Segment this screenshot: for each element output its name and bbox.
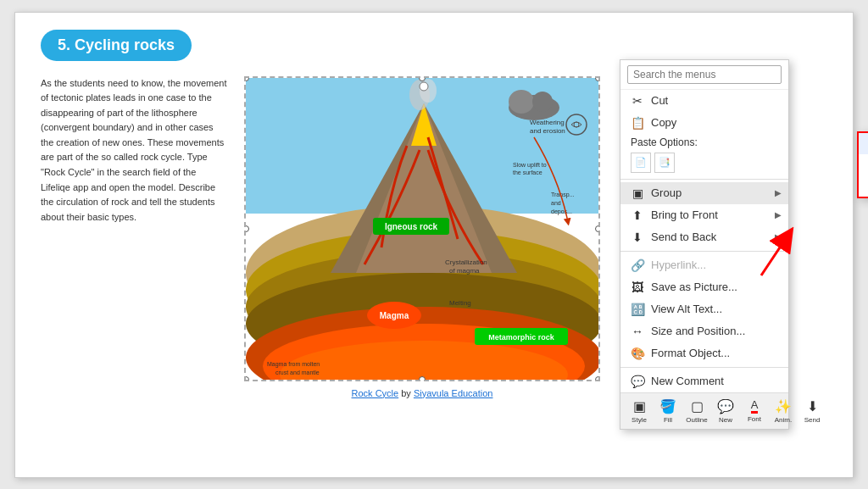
svg-text:crust and mantle: crust and mantle — [275, 370, 320, 375]
bring-to-front-label: Bring to Front — [651, 208, 718, 221]
menu-item-bring-to-front[interactable]: ⬆ Bring to Front ▶ — [620, 204, 788, 226]
paste-btn-1[interactable]: 📄 — [631, 153, 651, 173]
group-label: Group — [651, 186, 682, 199]
svg-text:Transp...: Transp... — [551, 192, 574, 198]
menu-item-save-as-picture[interactable]: 🖼 Save as Picture... — [620, 276, 788, 298]
svg-text:Magma: Magma — [380, 311, 409, 320]
menu-item-new-comment[interactable]: 💬 New Comment — [620, 370, 788, 392]
toolbar-send-back-btn[interactable]: ⬇ Send — [798, 397, 826, 425]
fill-icon: 🪣 — [659, 398, 676, 414]
menu-item-size-position[interactable]: ↔ Size and Position... — [620, 320, 788, 342]
animation-icon: ✨ — [775, 398, 792, 414]
cut-icon: ✂ — [631, 94, 644, 108]
page-container: 5. Cycling rocks As the students need to… — [14, 12, 854, 478]
format-icon: 🎨 — [631, 347, 644, 360]
toolbar-new-comment-btn[interactable]: 💬 New — [712, 397, 739, 425]
caption-by: by — [401, 388, 414, 398]
svg-text:Slow uplift to: Slow uplift to — [513, 162, 547, 169]
send-to-back-icon: ⬇ — [631, 231, 644, 244]
diagram-svg: Igneous rock Magma Metamorphic rock Crys… — [246, 78, 600, 381]
new-comment-tb-icon: 💬 — [717, 398, 734, 414]
svg-point-36 — [420, 82, 428, 91]
style-icon: ▣ — [633, 398, 646, 414]
copy-label: Copy — [651, 116, 676, 129]
btf-arrow: ▶ — [775, 210, 782, 219]
format-object-label: Format Object... — [651, 347, 730, 359]
outline-label: Outline — [686, 416, 707, 424]
handle-br[interactable] — [595, 376, 600, 381]
menu-item-send-to-back[interactable]: ⬇ Send to Back ▶ — [620, 226, 788, 248]
paste-options-label: Paste Options: — [631, 136, 698, 148]
animation-label: Anim. — [775, 416, 792, 424]
svg-text:Magma from molten: Magma from molten — [267, 361, 320, 368]
divider-3 — [620, 367, 788, 368]
group-icon: ▣ — [631, 186, 644, 200]
svg-text:Melting: Melting — [449, 299, 471, 307]
handle-tr[interactable] — [595, 76, 600, 81]
menu-item-group[interactable]: ▣ Group ▶ — [620, 182, 788, 204]
handle-mr[interactable] — [595, 225, 600, 232]
style-label: Style — [632, 416, 647, 424]
menu-item-hyperlink: 🔗 Hyperlink... — [620, 254, 788, 276]
font-color-icon: A — [751, 398, 759, 414]
menu-item-cut[interactable]: ✂ Cut — [620, 90, 788, 112]
fill-label: Fill — [664, 416, 672, 424]
menu-item-view-alt-text[interactable]: 🔠 View Alt Text... — [620, 298, 788, 320]
size-icon: ↔ — [631, 325, 644, 338]
send-back-label: Send — [804, 416, 821, 424]
svg-text:Weathering: Weathering — [530, 119, 565, 126]
send-back-icon: ⬇ — [807, 398, 818, 414]
svg-text:and: and — [551, 200, 561, 206]
cut-label: Cut — [651, 94, 668, 107]
stb-arrow: ▶ — [775, 232, 782, 242]
alt-text-icon: 🔠 — [631, 303, 644, 316]
svg-point-15 — [532, 92, 553, 112]
view-alt-text-label: View Alt Text... — [651, 303, 722, 315]
group-arrow: ▶ — [775, 188, 782, 197]
svg-text:and erosion: and erosion — [530, 127, 565, 135]
diagram-caption: Rock Cycle by Siyavula Education — [244, 388, 600, 398]
menu-search-container — [620, 60, 788, 90]
toolbar-fill-btn[interactable]: 🪣 Fill — [654, 397, 682, 425]
save-picture-icon: 🖼 — [631, 281, 644, 294]
svg-text:Igneous rock: Igneous rock — [385, 222, 438, 231]
comment-icon: 💬 — [631, 375, 644, 388]
outline-icon: ▢ — [691, 398, 704, 414]
submenu-group[interactable]: ▣ Group — [859, 133, 868, 154]
copy-icon: 📋 — [631, 116, 644, 130]
caption-link: Siyavula Education — [414, 388, 493, 398]
save-as-picture-label: Save as Picture... — [651, 281, 737, 293]
hyperlink-label: Hyperlink... — [651, 258, 706, 271]
font-color-label: Font — [748, 415, 761, 423]
svg-text:depos...: depos... — [551, 208, 572, 215]
send-to-back-label: Send to Back — [651, 231, 716, 243]
paste-icons-row: 📄 📑 — [620, 151, 788, 176]
diagram-wrapper[interactable]: Igneous rock Magma Metamorphic rock Crys… — [244, 76, 600, 381]
paste-options-row: Paste Options: — [620, 134, 788, 151]
menu-search-input[interactable] — [627, 65, 782, 84]
toolbar-outline-btn[interactable]: ▢ Outline — [683, 397, 710, 425]
toolbar-style-btn[interactable]: ▣ Style — [626, 397, 653, 425]
divider-2 — [620, 251, 788, 252]
toolbar-font-color-btn[interactable]: A Font — [741, 397, 768, 425]
caption-rock-cycle: Rock Cycle — [352, 388, 399, 398]
body-text: As the students need to know, the moveme… — [41, 76, 227, 400]
new-comment-tb-label: New — [719, 416, 732, 424]
hyperlink-icon: 🔗 — [631, 258, 644, 272]
submenu-ungroup: ▣ Ungroup — [859, 175, 868, 197]
svg-text:Metamorphic rock: Metamorphic rock — [488, 333, 555, 342]
mini-toolbar: ▣ Style 🪣 Fill ▢ Outline 💬 New A Font ✨ — [620, 392, 788, 429]
svg-text:of magma: of magma — [449, 267, 480, 275]
bring-to-front-icon: ⬆ — [631, 208, 644, 222]
handle-bc[interactable] — [419, 376, 426, 381]
svg-point-14 — [509, 90, 534, 114]
paste-btn-2[interactable]: 📑 — [654, 153, 675, 173]
menu-item-format-object[interactable]: 🎨 Format Object... — [620, 342, 788, 364]
group-submenu: ▣ Group ▣ Regroup ▣ Ungroup — [857, 131, 868, 198]
svg-text:Crystallization: Crystallization — [445, 258, 487, 266]
menu-item-copy[interactable]: 📋 Copy — [620, 112, 788, 134]
svg-text:the surface: the surface — [513, 169, 542, 175]
diagram-area: Igneous rock Magma Metamorphic rock Crys… — [244, 76, 600, 400]
toolbar-animation-btn[interactable]: ✨ Anim. — [770, 397, 797, 425]
context-menu: ✂ Cut 📋 Copy Paste Options: 📄 📑 ▣ Group … — [620, 59, 789, 430]
